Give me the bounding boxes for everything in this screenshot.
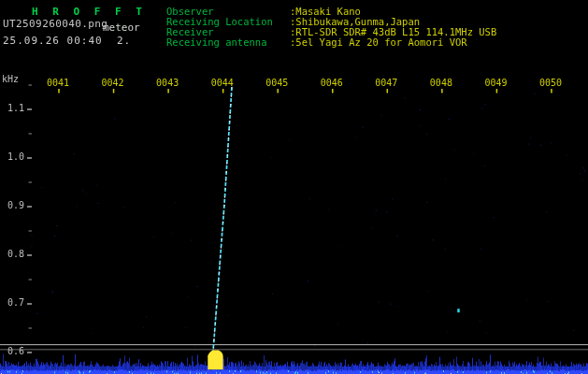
freq-tick-label: 0.9 — [6, 201, 24, 210]
time-tick-label: 0041 — [47, 79, 69, 88]
meta-value: :5el Yagi Az 20 for Aomori VOR — [290, 36, 467, 48]
time-tick-label: 0049 — [484, 79, 507, 88]
freq-unit-label: kHz — [2, 75, 19, 84]
freq-tick-mark — [27, 108, 32, 109]
freq-minor-tick-mark — [29, 134, 33, 135]
time-tick-mark — [332, 89, 334, 94]
meta-label: Receiving antenna — [166, 36, 266, 48]
reference-line — [0, 344, 588, 345]
time-tick-label: 0042 — [102, 79, 124, 88]
time-tick-label: 0050 — [539, 79, 562, 88]
time-tick-label: 0046 — [321, 79, 343, 88]
app-title: H R O F F T — [32, 7, 146, 17]
time-tick-label: 0043 — [156, 79, 179, 88]
time-tick-mark — [551, 89, 552, 94]
freq-tick-label: 1.1 — [6, 104, 24, 113]
meteor-echo-blob — [208, 350, 222, 369]
freq-tick-mark — [27, 206, 32, 207]
freq-tick-mark — [27, 352, 32, 352]
time-tick-mark — [441, 89, 443, 94]
freq-minor-tick-mark — [29, 231, 33, 232]
hrofft-screen: H R O F F T UT2509260040.png meteor 25.0… — [0, 0, 588, 374]
weak-blip — [457, 309, 460, 312]
time-tick-mark — [387, 89, 389, 94]
spectrogram-overlay-svg — [0, 0, 588, 374]
time-tick-mark — [222, 89, 224, 94]
freq-minor-tick-mark — [29, 280, 33, 280]
freq-tick-mark — [27, 254, 32, 255]
freq-tick-mark — [27, 303, 32, 304]
time-tick-mark — [496, 89, 498, 94]
time-tick-mark — [167, 89, 169, 94]
time-tick-label: 0047 — [375, 79, 397, 88]
time-tick-mark — [58, 89, 60, 94]
time-tick-label: 0048 — [430, 79, 452, 88]
time-tick-mark — [277, 89, 279, 94]
time-tick-label: 0045 — [265, 79, 288, 88]
freq-tick-mark — [27, 157, 32, 158]
time-tick-mark — [113, 89, 115, 94]
freq-tick-label: 1.0 — [6, 152, 24, 162]
freq-tick-label: 0.8 — [6, 250, 24, 259]
freq-minor-tick-mark — [29, 182, 33, 183]
freq-minor-tick-mark — [29, 85, 33, 86]
time-tick-label: 0044 — [211, 79, 234, 88]
timestamp: 25.09.26 00:40 2. — [3, 36, 131, 46]
freq-tick-label: 0.7 — [6, 298, 24, 308]
freq-tick-label: 0.6 — [6, 347, 24, 356]
reference-line — [0, 349, 588, 350]
freq-minor-tick-mark — [29, 328, 33, 329]
output-filename: UT2509260040.png — [3, 19, 108, 29]
mode-label: meteor — [103, 22, 140, 33]
